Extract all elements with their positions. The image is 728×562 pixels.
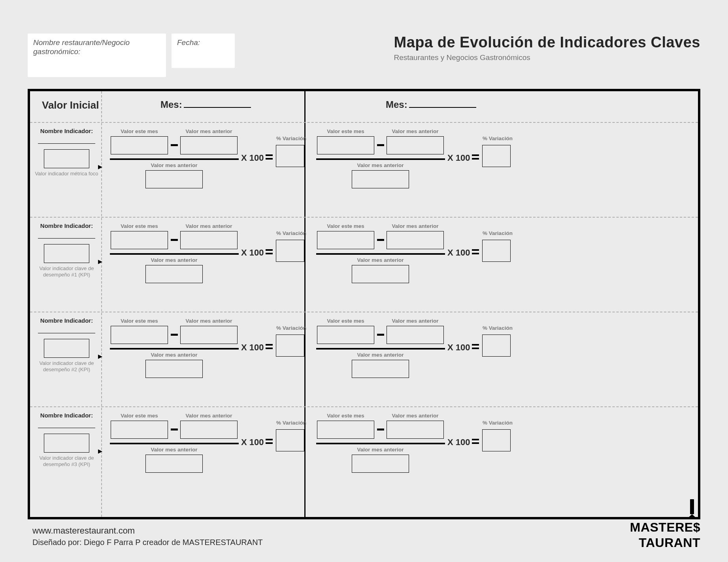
lbl-mes-anterior-bottom: Valor mes anterior: [352, 447, 409, 453]
input-variacion[interactable]: [482, 240, 511, 262]
minus-icon: [171, 239, 178, 241]
input-variacion[interactable]: [276, 240, 304, 262]
row-3-initial-value-input[interactable]: [44, 339, 89, 358]
col-header-mes-2: Mes:: [386, 99, 476, 111]
row-2-caption: Valor indicador clave de desempeño #1 (K…: [34, 265, 99, 278]
row-1-initial-value-input[interactable]: [44, 149, 89, 168]
x100-label: X 100: [241, 153, 264, 163]
minus-icon: [171, 429, 178, 430]
row-4-name-input[interactable]: [38, 428, 95, 428]
row-3-name-input[interactable]: [38, 333, 95, 333]
lbl-variacion: % Variación: [480, 135, 515, 142]
input-mes-anterior-bottom[interactable]: [352, 265, 409, 283]
input-mes-anterior-bottom[interactable]: [145, 360, 203, 378]
input-mes-anterior-top[interactable]: [180, 326, 238, 344]
arrow-right-icon: ▸: [98, 162, 102, 172]
row-1-caption: Valor indicador métrica foco: [34, 171, 99, 177]
restaurant-name-label: Nombre restaurante/Negocio gastronómico:: [33, 38, 130, 56]
formula-r3c1: Valor este mes Valor mes anterior Valor …: [108, 317, 306, 404]
row-3-caption: Valor indicador clave de desempeño #2 (K…: [34, 360, 99, 373]
input-mes-anterior-bottom[interactable]: [145, 455, 203, 473]
x100-label: X 100: [241, 437, 264, 447]
fraction-bar: [316, 158, 445, 160]
input-variacion[interactable]: [482, 429, 511, 451]
minus-icon: [377, 239, 384, 241]
input-mes-anterior-bottom[interactable]: [145, 170, 203, 188]
lbl-mes-anterior-bottom: Valor mes anterior: [145, 352, 203, 358]
input-mes-anterior-top[interactable]: [180, 421, 238, 439]
equals-icon: [472, 439, 479, 446]
lbl-variacion: % Variación: [480, 230, 515, 237]
equals-icon: [472, 249, 479, 256]
input-mes-anterior-top[interactable]: [387, 421, 444, 439]
row-2-name-input[interactable]: [38, 238, 95, 239]
lbl-este-mes: Valor este mes: [111, 413, 168, 419]
divider-row-2: [30, 312, 698, 312]
input-este-mes[interactable]: [317, 136, 374, 154]
formula-r2c1: Valor este mes Valor mes anterior Valor …: [108, 222, 306, 309]
input-este-mes[interactable]: [111, 326, 168, 344]
row-4-caption: Valor indicador clave de desempeño #3 (K…: [34, 455, 99, 468]
lbl-mes-anterior-bottom: Valor mes anterior: [352, 352, 409, 358]
input-mes-anterior-top[interactable]: [387, 326, 444, 344]
top-header: Nombre restaurante/Negocio gastronómico:…: [28, 34, 700, 77]
row-2-label-block: Nombre Indicador: Valor indicador clave …: [34, 222, 99, 278]
formula-r4c1: Valor este mes Valor mes anterior Valor …: [108, 412, 306, 499]
lbl-variacion: % Variación: [273, 230, 309, 237]
mes-1-input-line[interactable]: [184, 107, 251, 108]
mes-label-1: Mes:: [160, 99, 182, 110]
lbl-mes-anterior-top: Valor mes anterior: [387, 128, 444, 135]
input-este-mes[interactable]: [317, 326, 374, 344]
input-variacion[interactable]: [482, 145, 511, 167]
formula-r4c2: Valor este mes Valor mes anterior Valor …: [315, 412, 512, 499]
logo-wordmark: MASTERE$TAURANT: [578, 520, 700, 550]
x100-label: X 100: [241, 248, 264, 258]
formula-r1c1: Valor este mes Valor mes anterior Valor …: [108, 128, 306, 214]
minus-icon: [171, 334, 178, 336]
equals-icon: [266, 439, 273, 446]
row-4-label-block: Nombre Indicador: Valor indicador clave …: [34, 412, 99, 468]
lbl-mes-anterior-bottom: Valor mes anterior: [352, 162, 409, 169]
restaurant-name-field[interactable]: Nombre restaurante/Negocio gastronómico:: [28, 34, 166, 77]
input-mes-anterior-bottom[interactable]: [145, 265, 203, 283]
row-2-initial-value-input[interactable]: [44, 244, 89, 263]
lbl-mes-anterior-top: Valor mes anterior: [180, 128, 238, 135]
input-mes-anterior-bottom[interactable]: [352, 170, 409, 188]
input-mes-anterior-top[interactable]: [387, 231, 444, 249]
x100-label: X 100: [447, 437, 470, 447]
fraction-bar: [110, 348, 239, 350]
input-mes-anterior-bottom[interactable]: [352, 360, 409, 378]
lbl-este-mes: Valor este mes: [111, 318, 168, 324]
input-variacion[interactable]: [276, 145, 304, 167]
input-mes-anterior-bottom[interactable]: [352, 455, 409, 473]
mes-label-2: Mes:: [386, 99, 407, 110]
date-field[interactable]: Fecha:: [172, 34, 235, 68]
input-mes-anterior-top[interactable]: [387, 136, 444, 154]
equals-icon: [472, 154, 479, 162]
date-label: Fecha:: [177, 38, 200, 47]
mes-2-input-line[interactable]: [409, 107, 476, 108]
col-header-mes-1: Mes:: [160, 99, 251, 111]
input-mes-anterior-top[interactable]: [180, 136, 238, 154]
input-este-mes[interactable]: [317, 421, 374, 439]
fraction-bar: [110, 158, 239, 160]
input-este-mes[interactable]: [111, 136, 168, 154]
input-este-mes[interactable]: [317, 231, 374, 249]
lbl-este-mes: Valor este mes: [317, 413, 374, 419]
row-1-name-input[interactable]: [38, 143, 95, 144]
input-variacion[interactable]: [276, 335, 304, 357]
lbl-mes-anterior-top: Valor mes anterior: [387, 223, 444, 229]
fraction-bar: [316, 443, 445, 444]
lbl-variacion: % Variación: [273, 325, 309, 331]
input-este-mes[interactable]: [111, 421, 168, 439]
input-variacion[interactable]: [482, 335, 511, 357]
equals-icon: [266, 154, 273, 162]
divider-row-3: [30, 406, 698, 407]
row-4-initial-value-input[interactable]: [44, 434, 89, 453]
divider-header: [30, 122, 698, 123]
input-este-mes[interactable]: [111, 231, 168, 249]
formula-r1c2: Valor este mes Valor mes anterior Valor …: [315, 128, 512, 214]
input-variacion[interactable]: [276, 429, 304, 451]
page-subtitle: Restaurantes y Negocios Gastronómicos: [394, 53, 700, 62]
input-mes-anterior-top[interactable]: [180, 231, 238, 249]
